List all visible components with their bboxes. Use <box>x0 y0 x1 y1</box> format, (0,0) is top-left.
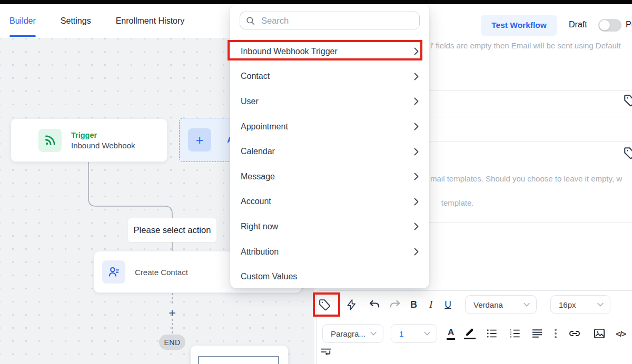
chevron-right-icon <box>414 123 419 130</box>
chevron-right-icon <box>414 248 419 256</box>
menu-item-account[interactable]: Account <box>230 189 429 215</box>
bottom-popup-inner-box[interactable] <box>198 356 279 364</box>
svg-text:1.: 1. <box>510 329 512 332</box>
line-height-select[interactable]: 1 <box>391 324 437 343</box>
font-size-value: 16px <box>559 300 576 309</box>
trigger-node[interactable]: Trigger Inbound Webhook <box>11 118 167 162</box>
image-icon <box>594 328 605 339</box>
search-input[interactable] <box>260 15 414 26</box>
font-size-select[interactable]: 16px <box>550 295 610 314</box>
link-chain-icon <box>568 328 581 339</box>
bullet-list-button[interactable] <box>486 328 498 339</box>
end-badge: END <box>159 335 185 350</box>
insert-link-button[interactable] <box>568 328 581 339</box>
search-box <box>240 12 420 29</box>
chevron-right-icon <box>414 73 419 80</box>
code-view-button[interactable]: </> <box>616 329 626 338</box>
test-workflow-button[interactable]: Test Workflow <box>481 15 557 36</box>
font-family-value: Verdana <box>473 300 503 309</box>
chevron-right-icon <box>414 223 419 230</box>
tab-settings[interactable]: Settings <box>61 4 91 38</box>
italic-button[interactable]: I <box>429 299 432 310</box>
menu-item-contact[interactable]: Contact <box>230 64 429 89</box>
line-break-icon <box>320 347 332 358</box>
chevron-down-icon <box>524 302 530 307</box>
publish-label-partial: Pu <box>626 20 632 29</box>
helper-mid-line2: template. <box>439 198 474 207</box>
trigger-node-texts: Trigger Inbound Webhook <box>71 131 135 150</box>
contact-icon-tile <box>102 260 125 284</box>
rss-webhook-icon <box>43 134 57 147</box>
create-contact-texts: Create Contact <box>135 268 188 277</box>
chevron-right-icon <box>414 173 419 180</box>
highlighter-marker-icon <box>465 328 475 337</box>
kebab-dots-icon <box>555 329 557 331</box>
tab-enrollment-history[interactable]: Enrollment History <box>116 4 185 38</box>
line-height-value: 1 <box>399 329 403 338</box>
menu-item-right-now[interactable]: Right now <box>230 214 429 239</box>
menu-item-message[interactable]: Message <box>230 164 429 189</box>
menu-item-user[interactable]: User <box>230 89 429 114</box>
line-break-button[interactable] <box>320 347 332 358</box>
lightning-bolt-icon <box>345 299 358 311</box>
tab-builder[interactable]: Builder <box>9 4 36 38</box>
align-button[interactable] <box>531 328 543 339</box>
redo-button[interactable] <box>389 298 401 311</box>
action-menu: Inbound Webhook Trigger Contact User App… <box>230 39 429 289</box>
plus-icon-tile: + <box>188 128 211 151</box>
more-options-button[interactable] <box>555 329 557 338</box>
action-picker-dropdown: Inbound Webhook Trigger Contact User App… <box>230 4 429 288</box>
text-color-button[interactable]: A <box>447 327 455 340</box>
bold-button[interactable]: B <box>410 299 417 310</box>
person-icon <box>107 265 121 279</box>
chevron-down-icon <box>597 302 604 307</box>
editor-toolbar-row-2: Paragra... 1 A 1. 2. <box>322 324 626 343</box>
insert-custom-value-button[interactable] <box>313 298 336 311</box>
menu-item-appointment[interactable]: Appointment <box>230 114 429 139</box>
underline-button[interactable]: U <box>445 299 451 310</box>
plus-icon: + <box>196 134 204 147</box>
undo-button[interactable] <box>368 298 381 311</box>
workflow-builder-app: Builder Settings Enrollment History Test… <box>0 0 632 364</box>
paragraph-style-value: Paragra... <box>331 329 366 338</box>
redo-arrow-icon <box>389 298 401 311</box>
draft-label: Draft <box>569 20 587 29</box>
menu-item-custom-values[interactable]: Custom Values <box>230 264 429 289</box>
tag-icon[interactable] <box>623 146 632 162</box>
chevron-down-icon <box>424 331 430 336</box>
helper-mid-line1: mail templates. Should you choose to lea… <box>430 174 622 183</box>
undo-arrow-icon <box>368 298 381 311</box>
menu-item-calendar[interactable]: Calendar <box>230 139 429 164</box>
insert-image-button[interactable] <box>594 328 605 339</box>
publish-toggle[interactable] <box>598 19 621 32</box>
helper-text-top: l' fields are empty then Email will be s… <box>430 41 620 50</box>
trigger-node-title: Trigger <box>71 131 135 139</box>
svg-text:3.: 3. <box>510 336 512 339</box>
chevron-right-icon <box>414 148 419 156</box>
paragraph-style-select[interactable]: Paragra... <box>322 324 383 343</box>
numbered-list-button[interactable]: 1. 2. 3. <box>509 328 521 339</box>
please-select-action-label: Please select action <box>128 218 216 242</box>
bullet-list-icon <box>486 328 498 339</box>
menu-item-inbound-webhook-trigger[interactable]: Inbound Webhook Trigger <box>230 39 429 64</box>
menu-item-attribution[interactable]: Attribution <box>230 239 429 265</box>
bottom-popup-card <box>191 346 288 364</box>
webhook-icon-tile <box>38 129 62 152</box>
tag-icon <box>318 298 331 311</box>
helper-text-mid: mail templates. Should you choose to lea… <box>430 173 622 209</box>
trigger-links-button[interactable] <box>345 299 358 311</box>
tag-icon[interactable] <box>623 94 632 109</box>
align-left-icon <box>531 328 543 339</box>
trigger-node-subtitle: Inbound Webhook <box>71 141 135 150</box>
chevron-right-icon <box>414 97 419 105</box>
chevron-right-icon <box>414 47 419 55</box>
numbered-list-icon: 1. 2. 3. <box>509 328 521 339</box>
insert-step-plus[interactable]: + <box>166 306 179 320</box>
highlight-color-button[interactable] <box>464 328 476 339</box>
toggle-knob <box>599 20 610 31</box>
top-black-strip <box>0 0 632 4</box>
chevron-right-icon <box>414 198 419 206</box>
font-family-select[interactable]: Verdana <box>465 295 537 314</box>
create-contact-label: Create Contact <box>135 268 188 277</box>
chevron-down-icon <box>370 331 377 336</box>
